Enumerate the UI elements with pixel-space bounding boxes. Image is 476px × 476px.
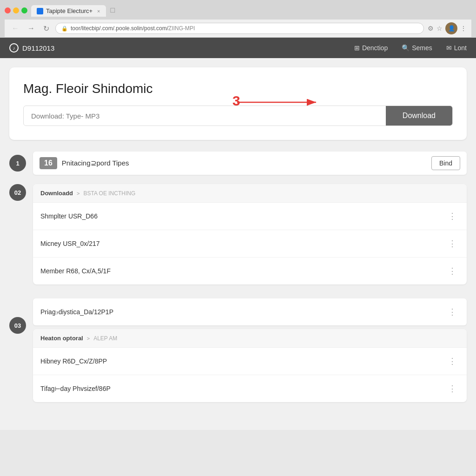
more-menu-icon[interactable]: ⋮ xyxy=(445,210,459,222)
more-menu-icon[interactable]: ⋮ xyxy=(445,306,459,318)
new-tab-btn[interactable]: □ xyxy=(106,4,120,17)
section-3-header: Heaton optoral > ALEP AM xyxy=(33,329,467,348)
special-item-text: Priag₇diystica_Da/12P1P xyxy=(40,308,445,316)
step-2-badge: 02 xyxy=(9,184,26,201)
section-2-sub: BSTA OE INCTHING xyxy=(83,190,135,197)
special-list-item: Priag₇diystica_Da/12P1P ⋮ xyxy=(33,298,467,325)
desktop-icon: ⊞ xyxy=(354,44,360,52)
menu-icon[interactable]: ⋮ xyxy=(460,25,467,32)
list-item-text: Hibney R6D_Cx/Z/8PP xyxy=(40,357,445,365)
section-2-header: Downloadd > BSTA OE INCTHING xyxy=(33,184,467,203)
nav-item-search[interactable]: 🔍 Semes xyxy=(402,44,432,52)
nav-label-desktop: Denctiop xyxy=(362,44,388,52)
forward-button[interactable]: → xyxy=(25,23,37,33)
nav-items: ⊞ Denctiop 🔍 Semes ✉ Lont xyxy=(354,44,467,52)
step-1-badge: 1 xyxy=(9,155,26,172)
list-item: Member R68, Cx/A,5/1F ⋮ xyxy=(33,258,467,284)
brand-name: D9112013 xyxy=(22,44,54,52)
more-menu-icon[interactable]: ⋮ xyxy=(445,238,459,250)
download-card: Mag. Fleoir Shindomic 3 Download: Type- … xyxy=(9,67,467,140)
list-item: Tifag⊢day Phvsizef/86P ⋮ xyxy=(33,375,467,402)
step-3-badge: 03 xyxy=(9,317,26,334)
download-button[interactable]: Download xyxy=(386,106,452,126)
brand: ♪ D9112013 xyxy=(9,43,54,53)
download-type-label: Download: Type- MP3 xyxy=(24,106,386,126)
reload-button[interactable]: ↻ xyxy=(41,23,52,34)
app-navbar: ♪ D9112013 ⊞ Denctiop 🔍 Semes ✉ Lont xyxy=(0,38,476,58)
section-header-arrow: > xyxy=(87,336,90,341)
nav-label-search: Semes xyxy=(412,44,432,52)
nav-item-mail[interactable]: ✉ Lont xyxy=(446,44,467,52)
more-menu-icon[interactable]: ⋮ xyxy=(445,355,459,367)
section-label: Pnitacing⊇pord Tipes xyxy=(62,159,427,167)
mail-icon: ✉ xyxy=(446,44,452,52)
section-3-sub: ALEP AM xyxy=(93,335,117,342)
section-3-list: Heaton optoral > ALEP AM Hibney R6D_Cx/Z… xyxy=(33,329,467,402)
section-2-title: Downloadd xyxy=(40,190,73,197)
list-item: Shmplter USR_D66 ⋮ xyxy=(33,203,467,230)
maximize-traffic-light[interactable] xyxy=(21,7,27,13)
url-bar[interactable]: 🔒 toor/litecbip/.com/.poole.solin/post.c… xyxy=(55,23,424,34)
list-item: Hibney R6D_Cx/Z/8PP ⋮ xyxy=(33,348,467,375)
more-menu-icon[interactable]: ⋮ xyxy=(445,383,459,395)
tab-favicon xyxy=(37,8,43,14)
count-badge: 16 xyxy=(40,157,57,169)
minimize-traffic-light[interactable] xyxy=(13,7,19,13)
lock-icon: 🔒 xyxy=(61,26,68,32)
list-item-text: Tifag⊢day Phvsizef/86P xyxy=(40,385,445,392)
bookmark-icon[interactable]: ☆ xyxy=(436,25,443,32)
brand-icon: ♪ xyxy=(9,43,19,53)
list-item-text: Shmplter USR_D66 xyxy=(40,212,445,220)
back-button[interactable]: ← xyxy=(9,23,21,33)
tab-close-btn[interactable]: × xyxy=(97,8,100,14)
nav-item-desktop[interactable]: ⊞ Denctiop xyxy=(354,44,388,52)
extensions-icon[interactable]: ⚙ xyxy=(428,25,434,32)
list-item-text: Micney USR_0x/217 xyxy=(40,240,445,247)
card-title: Mag. Fleoir Shindomic xyxy=(23,81,453,96)
url-text: toor/litecbip/.com/.poole.solin/post.com… xyxy=(71,25,418,32)
user-avatar[interactable]: 👤 xyxy=(445,22,457,34)
section-header-arrow: > xyxy=(77,191,79,196)
bind-button[interactable]: Bind xyxy=(431,156,460,170)
download-row: Download: Type- MP3 Download xyxy=(23,106,453,126)
browser-tab[interactable]: Tapipte Electurc+ × xyxy=(31,5,106,17)
more-menu-icon[interactable]: ⋮ xyxy=(445,265,459,277)
section-3-title: Heaton optoral xyxy=(40,335,83,342)
search-icon: 🔍 xyxy=(402,44,410,52)
list-item: Micney USR_0x/217 ⋮ xyxy=(33,230,467,258)
tab-title: Tapipte Electurc+ xyxy=(46,7,93,14)
list-item-text: Member R68, Cx/A,5/1F xyxy=(40,267,445,275)
nav-label-mail: Lont xyxy=(454,44,467,52)
close-traffic-light[interactable] xyxy=(5,7,11,13)
